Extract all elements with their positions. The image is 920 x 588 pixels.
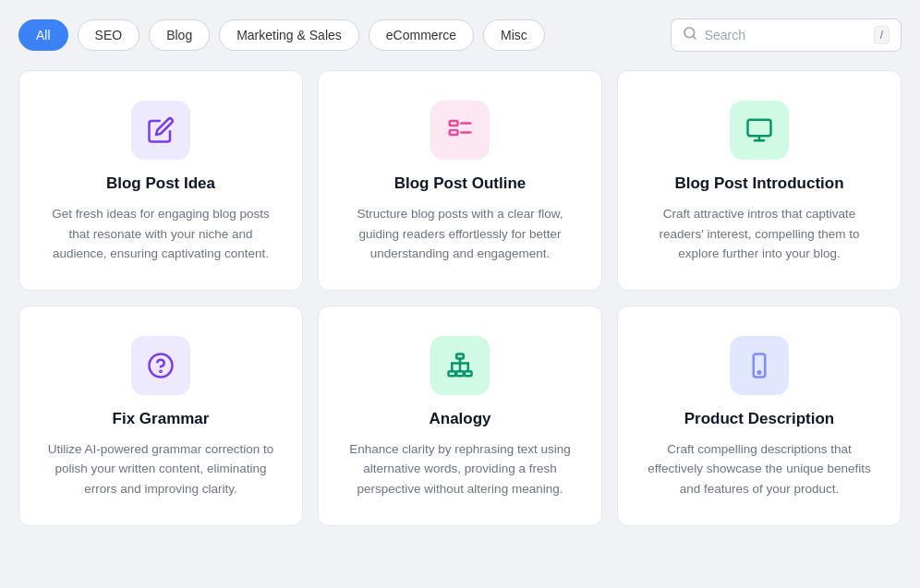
filter-btn-blog[interactable]: Blog (149, 19, 210, 51)
svg-line-1 (693, 36, 696, 39)
filter-btn-marketing-&-sales[interactable]: Marketing & Sales (219, 19, 359, 51)
card-icon-phone (730, 336, 789, 395)
filter-btn-misc[interactable]: Misc (483, 19, 545, 51)
card-analogy[interactable]: AnalogyEnhance clarity by rephrasing tex… (318, 306, 602, 526)
card-title: Analogy (429, 410, 490, 428)
card-title: Blog Post Outline (394, 174, 527, 193)
svg-point-10 (160, 370, 161, 371)
filter-bar: AllSEOBlogMarketing & SaleseCommerceMisc… (18, 18, 902, 52)
svg-rect-3 (450, 130, 458, 135)
search-wrapper: / (671, 18, 902, 52)
card-desc: Utilize AI-powered grammar correction to… (42, 439, 280, 499)
card-fix-grammar[interactable]: Fix GrammarUtilize AI-powered grammar co… (18, 306, 303, 526)
filter-btn-seo[interactable]: SEO (78, 19, 140, 51)
card-desc: Craft attractive intros that captivate r… (640, 204, 878, 264)
filter-btn-ecommerce[interactable]: eCommerce (369, 19, 474, 51)
card-icon-monitor (730, 101, 789, 160)
svg-rect-6 (748, 120, 771, 137)
card-desc: Get fresh ideas for engaging blog posts … (42, 204, 280, 264)
card-desc: Enhance clarity by rephrasing text using… (341, 439, 579, 499)
filter-btn-all[interactable]: All (18, 19, 68, 51)
svg-point-21 (758, 371, 761, 374)
search-shortcut: / (874, 26, 890, 44)
search-icon (683, 26, 697, 44)
card-title: Fix Grammar (113, 410, 210, 428)
search-input[interactable] (705, 28, 866, 42)
cards-grid: Blog Post IdeaGet fresh ideas for engagi… (18, 70, 902, 526)
card-icon-hierarchy (430, 336, 490, 395)
card-icon-edit (131, 101, 190, 160)
card-title: Blog Post Idea (106, 174, 215, 193)
svg-rect-2 (450, 121, 458, 126)
card-blog-post-idea[interactable]: Blog Post IdeaGet fresh ideas for engagi… (18, 70, 303, 291)
card-desc: Craft compelling descriptions that effec… (640, 439, 878, 499)
card-blog-post-introduction[interactable]: Blog Post IntroductionCraft attractive i… (617, 70, 902, 291)
card-icon-question (131, 336, 190, 395)
card-title: Product Description (684, 410, 834, 428)
card-product-description[interactable]: Product DescriptionCraft compelling desc… (617, 306, 902, 526)
card-title: Blog Post Introduction (674, 174, 843, 193)
card-blog-post-outline[interactable]: Blog Post OutlineStructure blog posts wi… (318, 70, 602, 291)
card-desc: Structure blog posts with a clear flow, … (341, 204, 579, 264)
card-icon-list (430, 101, 490, 160)
